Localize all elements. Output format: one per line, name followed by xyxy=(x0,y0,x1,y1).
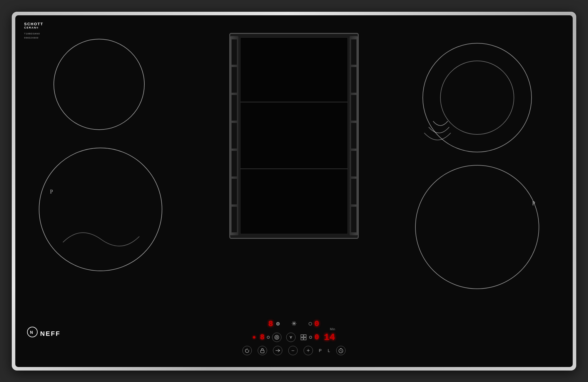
schott-ceran-logo: SCHOTT CERAN® T18BD3AN0 998324809 xyxy=(24,22,43,39)
vent-slot xyxy=(351,123,357,149)
grid-icon xyxy=(300,334,307,341)
boost-indicator-left: P xyxy=(50,189,53,195)
right-power-display: 0 xyxy=(314,319,320,328)
left-power-display: 8 xyxy=(268,319,274,328)
cooktop-frame: SCHOTT CERAN® T18BD3AN0 998324809 P xyxy=(12,12,576,371)
vent-slot xyxy=(231,123,237,149)
left-control-group: 8 xyxy=(260,333,282,342)
bottom-controls-row: − + P L xyxy=(242,346,345,355)
boost-indicator-right: P xyxy=(532,201,535,207)
left-ctrl-dot xyxy=(267,336,270,339)
power-button[interactable] xyxy=(242,346,252,355)
display-top-row: 8 ✳ 0 xyxy=(268,319,320,328)
svg-point-1 xyxy=(440,61,514,134)
svg-point-2 xyxy=(415,165,539,289)
neff-brand-text: NEFF xyxy=(40,330,60,337)
plus-button[interactable]: + xyxy=(303,346,313,355)
lock-button[interactable] xyxy=(258,346,267,355)
zone-bottom-left-arcs xyxy=(39,148,163,272)
l-control-label[interactable]: L xyxy=(328,348,330,353)
vent-slot xyxy=(351,206,357,233)
minus-button[interactable]: − xyxy=(288,346,298,355)
power-indicator-dot xyxy=(253,336,255,338)
right-control-group: 0 xyxy=(300,333,319,342)
svg-rect-8 xyxy=(304,335,306,337)
control-panel: 8 ✳ 0 8 xyxy=(242,319,345,355)
svg-line-16 xyxy=(341,351,342,351)
svg-rect-9 xyxy=(301,338,303,340)
right-zone-dot xyxy=(308,322,312,326)
vent-slot xyxy=(351,67,357,93)
vent-slot xyxy=(231,206,237,233)
svg-point-6 xyxy=(290,337,292,338)
svg-rect-7 xyxy=(301,335,303,337)
minus-label: − xyxy=(291,348,295,353)
timer-display: Min 14 xyxy=(324,332,335,343)
timer-value: 14 xyxy=(324,332,335,343)
vent-slot xyxy=(351,151,357,177)
svg-point-0 xyxy=(423,43,532,152)
vent-slot xyxy=(231,39,237,65)
vent-slot xyxy=(231,151,237,177)
right-zones-svg xyxy=(401,30,554,295)
right-zone-display-top: 0 xyxy=(308,319,320,328)
connect-icon xyxy=(288,335,294,340)
direction-button[interactable] xyxy=(273,346,282,355)
svg-point-5 xyxy=(276,336,278,338)
vent-slot xyxy=(351,95,357,121)
timer-button[interactable] xyxy=(336,346,346,355)
vent-slot xyxy=(231,67,237,93)
fan-display: ✳ xyxy=(291,320,297,328)
plus-label: + xyxy=(307,348,310,353)
clock-icon xyxy=(338,348,344,353)
svg-text:N: N xyxy=(30,330,33,335)
zone-bottom-left xyxy=(39,148,162,271)
connect-button[interactable] xyxy=(286,333,296,342)
fan-icon: ✳ xyxy=(291,320,297,328)
vent-right-panel xyxy=(350,36,358,236)
svg-rect-13 xyxy=(260,350,264,353)
power-icon xyxy=(244,348,250,353)
left-zone-display: 8 xyxy=(268,319,280,328)
vent-slot xyxy=(351,179,357,205)
vent-slot xyxy=(231,179,237,205)
controls-middle-row: 8 xyxy=(253,332,335,343)
vent-slot xyxy=(351,39,357,65)
vent-main-panel xyxy=(240,37,348,234)
zone-top-left xyxy=(54,39,145,130)
downdraft-vent xyxy=(229,33,359,239)
right-ctrl-dot xyxy=(309,336,312,339)
lock-icon xyxy=(260,348,265,353)
left-zone-dot xyxy=(276,322,280,326)
left-level-display: 8 xyxy=(260,333,265,342)
neff-logo: N NEFF xyxy=(27,327,61,338)
neff-circle-logo: N xyxy=(27,327,38,337)
target-button[interactable] xyxy=(272,333,282,342)
vent-left-panel xyxy=(230,36,238,236)
arrow-icon xyxy=(275,348,280,353)
timer-unit-label: Min xyxy=(330,327,335,331)
neff-n-icon: N xyxy=(29,329,35,335)
p-control-label[interactable]: P xyxy=(319,348,322,353)
vent-slot xyxy=(231,95,237,121)
svg-rect-10 xyxy=(304,338,306,340)
target-icon xyxy=(274,335,280,340)
cooktop-surface: SCHOTT CERAN® T18BD3AN0 998324809 P xyxy=(15,15,573,367)
right-level-display: 0 xyxy=(315,333,319,342)
svg-point-4 xyxy=(275,335,279,339)
